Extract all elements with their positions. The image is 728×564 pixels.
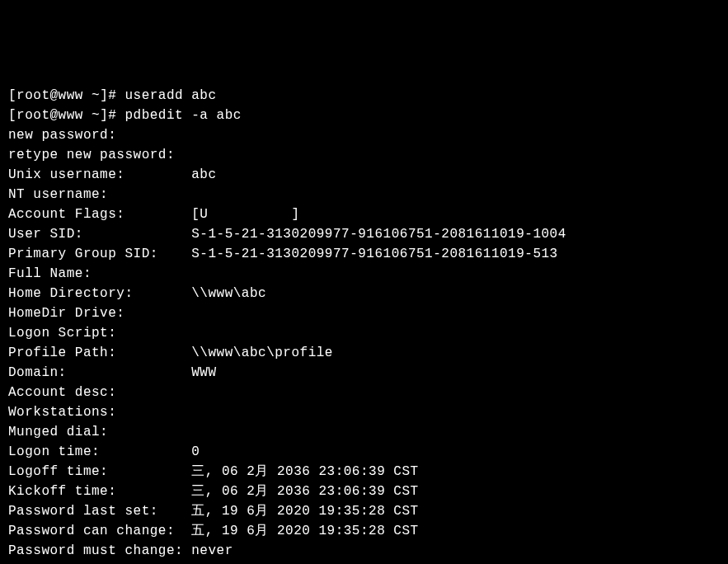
field-label: Profile Path:	[8, 345, 191, 360]
field-value: \\www\abc	[191, 286, 266, 301]
field-label: HomeDir Drive:	[8, 306, 124, 321]
field-homedir-drive: HomeDir Drive:	[8, 303, 720, 323]
field-unix-username: Unix username: abc	[8, 165, 720, 185]
field-label: Kickoff time:	[8, 484, 191, 499]
field-workstations: Workstations:	[8, 402, 720, 422]
terminal-output[interactable]: [root@www ~]# useradd abc[root@www ~]# p…	[8, 86, 720, 564]
retype-password-prompt: retype new password:	[8, 145, 720, 165]
field-password-must-change: Password must change: never	[8, 541, 720, 561]
prompt-bracket-open: [	[8, 88, 16, 103]
prompt-line-2: [root@www ~]# pdbedit -a abc	[8, 106, 720, 125]
field-label: Primary Group SID:	[8, 247, 191, 261]
field-value: never	[191, 543, 233, 558]
field-password-can-change: Password can change: 五, 19 6月 2020 19:35…	[8, 521, 720, 541]
field-label: Account desc:	[8, 385, 116, 400]
field-logoff-time: Logoff time: 三, 06 2月 2036 23:06:39 CST	[8, 462, 720, 482]
field-value: abc	[191, 167, 216, 182]
field-kickoff-time: Kickoff time: 三, 06 2月 2036 23:06:39 CST	[8, 482, 720, 501]
field-label: Full Name:	[8, 266, 92, 281]
field-label: User SID:	[8, 227, 191, 242]
field-logon-time: Logon time: 0	[8, 442, 720, 462]
prompt-bracket-close: ]#	[100, 88, 124, 103]
field-label: Logon time:	[8, 444, 191, 459]
prompt-path: ~	[83, 108, 100, 123]
field-label: Munged dial:	[8, 425, 108, 439]
field-password-last-set: Password last set: 五, 19 6月 2020 19:35:2…	[8, 501, 720, 521]
field-value: 三, 06 2月 2036 23:06:39 CST	[191, 464, 418, 479]
field-value: 三, 06 2月 2036 23:06:39 CST	[191, 484, 418, 499]
field-label: Unix username:	[8, 167, 191, 182]
command-text: pdbedit -a abc	[124, 108, 241, 123]
new-password-prompt: new password:	[8, 125, 720, 145]
field-value: 0	[191, 444, 200, 459]
field-domain: Domain: WWW	[8, 363, 720, 383]
field-account-flags: Account Flags: [U ]	[8, 204, 720, 224]
field-label: Logoff time:	[8, 464, 191, 479]
field-label: Home Directory:	[8, 286, 191, 301]
field-primary-group-sid: Primary Group SID: S-1-5-21-3130209977-9…	[8, 244, 720, 264]
field-user-sid: User SID: S-1-5-21-3130209977-916106751-…	[8, 224, 720, 244]
field-value: 五, 19 6月 2020 19:35:28 CST	[191, 524, 418, 538]
field-label: Password last set:	[8, 504, 191, 519]
field-last-bad-password: Last bad password : 0	[8, 561, 720, 564]
field-label: Workstations:	[8, 405, 116, 420]
field-label: NT username:	[8, 187, 108, 202]
field-value: WWW	[191, 365, 216, 380]
prompt-bracket-open: [	[8, 108, 16, 123]
prompt-user-host: root@www	[16, 108, 83, 123]
field-logon-script: Logon Script:	[8, 323, 720, 343]
field-value: 五, 19 6月 2020 19:35:28 CST	[191, 504, 418, 519]
field-profile-path: Profile Path: \\www\abc\profile	[8, 343, 720, 363]
prompt-user-host: root@www	[16, 88, 83, 103]
prompt-line-1: [root@www ~]# useradd abc	[8, 86, 720, 106]
field-value: S-1-5-21-3130209977-916106751-2081611019…	[191, 227, 566, 242]
command-text: useradd abc	[124, 88, 216, 103]
field-label: Account Flags:	[8, 207, 191, 222]
field-account-desc: Account desc:	[8, 383, 720, 402]
prompt-bracket-close: ]#	[100, 108, 124, 123]
prompt-path: ~	[83, 88, 100, 103]
field-nt-username: NT username:	[8, 185, 720, 204]
field-label: Password must change:	[8, 543, 191, 558]
field-value: \\www\abc\profile	[191, 345, 333, 360]
field-full-name: Full Name:	[8, 264, 720, 284]
field-value: S-1-5-21-3130209977-916106751-2081611019…	[191, 247, 557, 261]
field-label: Logon Script:	[8, 326, 116, 341]
field-value: [U ]	[191, 207, 299, 222]
field-label: Domain:	[8, 365, 191, 380]
field-label: Password can change:	[8, 524, 191, 538]
field-munged-dial: Munged dial:	[8, 422, 720, 442]
field-home-directory: Home Directory: \\www\abc	[8, 284, 720, 303]
